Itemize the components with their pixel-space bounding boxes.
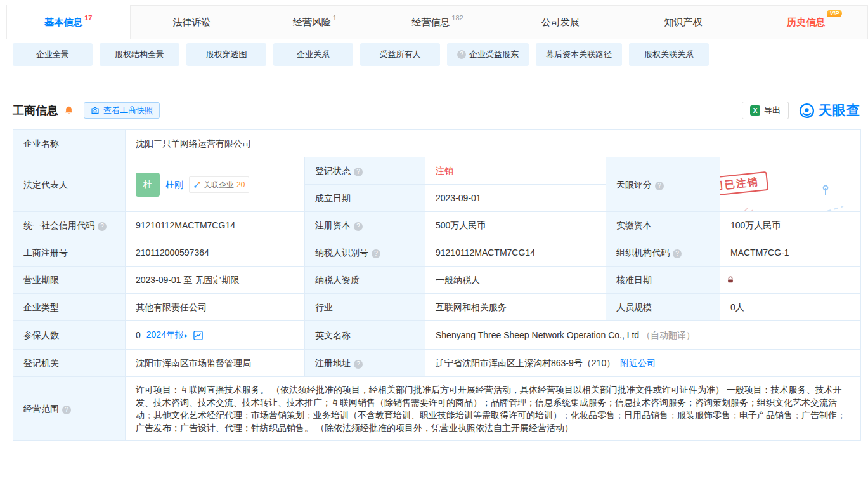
subtab-capital-association-path[interactable]: 幕后资本关联路径 (536, 43, 622, 66)
view-business-snapshot-button[interactable]: 查看工商快照 (84, 102, 160, 119)
nearby-companies-link[interactable]: 附近公司 (620, 358, 656, 368)
tab-legal-proceedings[interactable]: 法律诉讼 (131, 6, 254, 39)
help-icon[interactable]: ? (457, 50, 466, 59)
vip-badge: VIP (827, 10, 843, 17)
subtab-equity-structure[interactable]: 股权结构全景 (100, 43, 179, 66)
type-value: 其他有限责任公司 (136, 302, 207, 312)
company-profile-page: 基本信息17 法律诉讼 经营风险1 经营信息182 公司发展 知识产权 历史信息… (0, 0, 868, 495)
section-title: 工商信息 (13, 103, 58, 118)
help-icon[interactable]: ? (354, 168, 363, 176)
legal-rep-avatar[interactable]: 杜 (136, 173, 160, 197)
tab-count: 1 (333, 14, 337, 22)
trend-chart-icon[interactable] (193, 331, 203, 340)
type-label-cell: 企业类型 (13, 294, 126, 321)
tab-intellectual-property[interactable]: 知识产权 (622, 6, 745, 39)
approval-date-label-cell: 核准日期 (606, 267, 720, 294)
taxpayer-value-cell: 一般纳税人 (425, 267, 606, 294)
field-label: 英文名称 (315, 330, 351, 340)
help-icon[interactable]: ? (98, 222, 107, 231)
term-label-cell: 营业期限 (13, 267, 126, 294)
subtab-beneficial-shareholder[interactable]: ?企业受益股东 (447, 43, 529, 66)
reg-no-value-cell: 210112000597364 (126, 239, 305, 267)
tab-company-development[interactable]: 公司发展 (499, 6, 622, 39)
tax-id-value: 91210112MACTM7CG14 (436, 248, 535, 258)
field-label: 实缴资本 (616, 220, 652, 230)
tab-business-risk[interactable]: 经营风险1 (253, 6, 376, 39)
staff-size-value: 0人 (730, 302, 744, 312)
tab-label: 公司发展 (541, 16, 580, 29)
row-reg-authority: 登记机关 沈阳市浑南区市场监督管理局 注册地址? 辽宁省沈阳市浑南区上深沟村86… (13, 350, 861, 377)
approval-date-value-cell (720, 267, 861, 294)
subtab-equity-penetration[interactable]: 股权穿透图 (186, 43, 266, 66)
export-button[interactable]: X 导出 (742, 102, 789, 119)
section-header: 工商信息 查看工商快照 X 导出 天眼查 (13, 102, 860, 119)
credit-code-value: 91210112MACTM7CG14 (136, 220, 235, 230)
reg-capital-value: 500万人民币 (436, 220, 486, 230)
insured-count-value: 0 (136, 329, 141, 341)
field-label: 工商注册号 (23, 248, 68, 258)
tab-label: 基本信息 (44, 16, 82, 29)
paid-capital-label-cell: 实缴资本 (606, 212, 720, 239)
org-code-label-cell: 组织机构代码? (606, 239, 720, 267)
excel-icon: X (750, 105, 760, 116)
industry-value-cell: 互联网和相关服务 (425, 294, 606, 321)
address-value: 辽宁省沈阳市浑南区上深沟村863-9号（210） (436, 358, 615, 368)
help-icon[interactable]: ? (354, 222, 363, 231)
establish-date-label-cell: 成立日期 (305, 185, 425, 212)
legal-rep-value-cell: 杜 杜刚 关联企业 20 (126, 157, 305, 212)
eye-logo-icon (799, 103, 815, 119)
subtab-label: 受益所有人 (380, 49, 421, 60)
related-companies-badge[interactable]: 关联企业 20 (189, 176, 249, 193)
address-value-cell: 辽宁省沈阳市浑南区上深沟村863-9号（210） 附近公司 (425, 350, 861, 377)
help-icon[interactable]: ? (655, 182, 664, 190)
auto-translate-note: （自动翻译） (642, 330, 695, 340)
subtab-label: 企业关系 (297, 49, 330, 60)
help-icon[interactable]: ? (372, 249, 380, 258)
scope-value: 许可项目：互联网直播技术服务。 （依法须经批准的项目，经相关部门批准后方可开展经… (136, 385, 846, 433)
caret-icon: ▸ (185, 332, 188, 339)
help-icon[interactable]: ? (62, 406, 71, 414)
subtab-equity-association[interactable]: 股权关联关系 (629, 43, 709, 66)
brand-logo[interactable]: 天眼查 (799, 102, 860, 119)
field-label: 人员规模 (616, 302, 652, 312)
type-value-cell: 其他有限责任公司 (126, 294, 305, 321)
subtab-company-relations[interactable]: 企业关系 (273, 43, 353, 66)
authority-value-cell: 沈阳市浑南区市场监督管理局 (126, 350, 305, 377)
field-label: 组织机构代码 (616, 248, 670, 258)
en-name-value-cell: Shenyang Three Sheep Network Operation C… (425, 321, 861, 350)
tab-history-info[interactable]: 历史信息VIP (744, 6, 867, 39)
tax-id-label-cell: 纳税人识别号? (305, 239, 425, 267)
field-label: 法定代表人 (23, 180, 68, 190)
tax-id-value-cell: 91210112MACTM7CG14 (425, 239, 606, 267)
address-label-cell: 注册地址? (305, 350, 425, 377)
tab-count: 17 (84, 14, 92, 22)
brand-name: 天眼查 (819, 102, 860, 119)
staff-size-label-cell: 人员规模 (606, 294, 720, 321)
establish-date-value: 2023-09-01 (436, 193, 481, 203)
reg-capital-label-cell: 注册资本? (305, 212, 425, 239)
field-label: 企业名称 (23, 138, 59, 148)
header-right-group: X 导出 天眼查 (742, 102, 860, 119)
row-business-term: 营业期限 2023-09-01 至 无固定期限 纳税人资质 一般纳税人 核准日期 (13, 267, 861, 294)
help-icon[interactable]: ? (354, 360, 363, 369)
help-icon[interactable]: ? (673, 249, 682, 258)
field-label: 统一社会信用代码 (23, 220, 94, 230)
subtab-beneficial-owner[interactable]: 受益所有人 (360, 43, 440, 66)
annual-report-link[interactable]: 2024年报▸ (146, 328, 188, 342)
tab-business-info[interactable]: 经营信息182 (376, 6, 499, 39)
industry-label-cell: 行业 (305, 294, 425, 321)
scope-label-cell: 经营范围? (13, 377, 126, 441)
export-button-label: 导出 (764, 105, 781, 116)
company-name: 沈阳三只羊网络运营有限公司 (136, 138, 251, 148)
bell-icon[interactable] (64, 105, 74, 116)
subtab-company-panorama[interactable]: 企业全景 (13, 43, 93, 66)
tyc-score-value-cell: 公司已注销 (720, 157, 861, 212)
field-label: 成立日期 (315, 193, 351, 203)
legal-rep-name-link[interactable]: 杜刚 (165, 178, 183, 191)
row-business-scope: 经营范围? 许可项目：互联网直播技术服务。 （依法须经批准的项目，经相关部门批准… (13, 377, 861, 441)
tab-basic-info[interactable]: 基本信息17 (6, 5, 131, 39)
field-label: 营业期限 (23, 275, 59, 285)
field-label: 注册资本 (315, 220, 351, 230)
org-code-value: MACTM7CG-1 (730, 248, 789, 258)
en-name-label-cell: 英文名称 (305, 321, 425, 350)
